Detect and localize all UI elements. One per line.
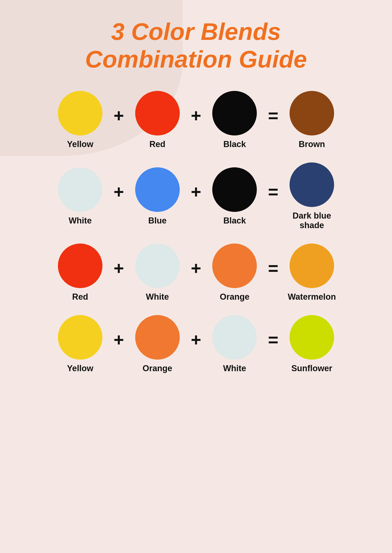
color-item-1-2: Red — [126, 91, 189, 149]
color-label-1-1: Yellow — [67, 140, 93, 149]
color-label-1-2: Red — [149, 140, 166, 149]
color-circle-white — [58, 167, 102, 212]
blend-rows-container: Yellow+Red+Black=BrownWhite+Blue+Black=D… — [29, 91, 363, 387]
plus-operator-3-2: + — [191, 259, 201, 286]
color-circle-orange — [212, 243, 257, 288]
color-label-3-1: Red — [72, 292, 88, 302]
main-content: 3 Color Blends Combination Guide Yellow+… — [0, 0, 392, 387]
color-item-1-3: Black — [203, 91, 266, 149]
plus-operator-3-1: + — [114, 259, 124, 286]
result-circle-3 — [290, 243, 334, 288]
color-circle-white — [212, 315, 257, 360]
color-label-3-3: Orange — [220, 292, 249, 302]
color-label-3-2: White — [146, 292, 169, 302]
result-label-1: Brown — [299, 140, 325, 149]
plus-operator-4-2: + — [191, 331, 201, 358]
color-label-2-2: Blue — [148, 216, 166, 226]
color-label-2-3: Black — [223, 216, 246, 226]
color-item-4-3: White — [203, 315, 266, 373]
result-item-2: Dark blue shade — [281, 163, 343, 230]
color-item-3-3: Orange — [203, 243, 266, 302]
result-item-3: Watermelon — [281, 243, 343, 302]
color-circle-yellow — [58, 315, 102, 360]
color-circle-orange — [135, 315, 180, 360]
color-item-2-2: Blue — [126, 167, 189, 226]
equals-operator-2: = — [268, 183, 278, 210]
color-item-2-1: White — [49, 167, 111, 226]
blend-row-1: Yellow+Red+Black=Brown — [29, 91, 363, 149]
color-label-4-2: Orange — [143, 364, 172, 373]
result-item-4: Sunflower — [281, 315, 343, 373]
color-circle-red — [135, 91, 180, 135]
plus-operator-2-2: + — [191, 183, 201, 210]
result-label-3: Watermelon — [288, 292, 336, 302]
color-circle-black — [212, 167, 257, 212]
color-circle-yellow — [58, 91, 102, 135]
color-circle-blue — [135, 167, 180, 212]
color-item-3-2: White — [126, 243, 189, 302]
color-circle-white — [135, 243, 180, 288]
color-label-4-3: White — [223, 364, 246, 373]
result-item-1: Brown — [281, 91, 343, 149]
result-circle-4 — [290, 315, 334, 360]
plus-operator-2-1: + — [114, 183, 124, 210]
blend-row-4: Yellow+Orange+White=Sunflower — [29, 315, 363, 373]
plus-operator-1-2: + — [191, 107, 201, 134]
page-title: 3 Color Blends Combination Guide — [85, 18, 307, 73]
color-item-4-2: Orange — [126, 315, 189, 373]
equals-operator-1: = — [268, 107, 278, 134]
equals-operator-4: = — [268, 331, 278, 358]
plus-operator-1-1: + — [114, 107, 124, 134]
blend-row-2: White+Blue+Black=Dark blue shade — [29, 163, 363, 230]
color-label-1-3: Black — [223, 140, 246, 149]
plus-operator-4-1: + — [114, 331, 124, 358]
equals-operator-3: = — [268, 259, 278, 286]
result-label-2: Dark blue shade — [281, 211, 343, 230]
color-item-2-3: Black — [203, 167, 266, 226]
result-circle-2 — [290, 163, 334, 207]
color-item-4-1: Yellow — [49, 315, 111, 373]
color-label-2-1: White — [69, 216, 91, 226]
result-label-4: Sunflower — [291, 364, 332, 373]
color-circle-black — [212, 91, 257, 135]
color-item-1-1: Yellow — [49, 91, 111, 149]
color-circle-red — [58, 243, 102, 288]
color-item-3-1: Red — [49, 243, 111, 302]
result-circle-1 — [290, 91, 334, 135]
blend-row-3: Red+White+Orange=Watermelon — [29, 243, 363, 302]
color-label-4-1: Yellow — [67, 364, 93, 373]
